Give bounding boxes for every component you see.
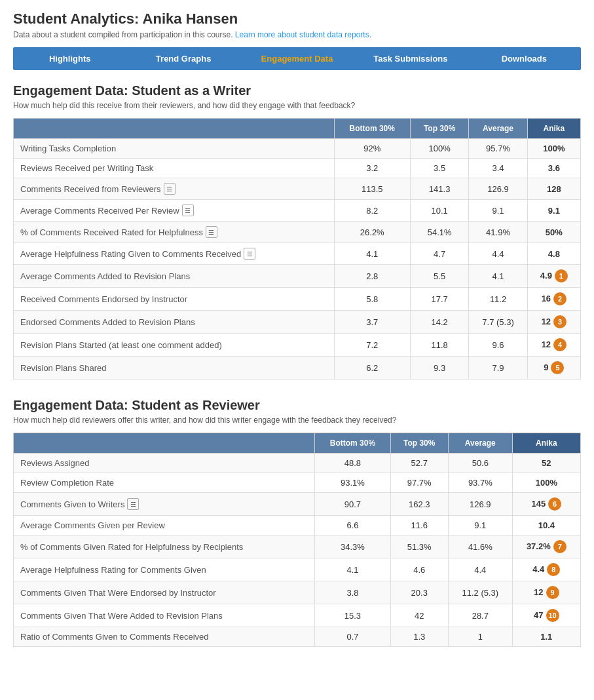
- cell-anika: 10.4: [512, 516, 580, 535]
- table-row: Writing Tasks Completion92%100%95.7%100%: [14, 139, 581, 159]
- cell-avg: 126.9: [448, 493, 512, 516]
- cell-anika: 9.1: [527, 200, 580, 222]
- cell-top: 4.7: [410, 243, 468, 265]
- cell-bottom: 15.3: [315, 604, 390, 627]
- writer-col-bottom: Bottom 30%: [334, 119, 410, 139]
- row-label: % of Comments Received Rated for Helpful…: [14, 222, 335, 243]
- table-row: % of Comments Given Rated for Helpfulnes…: [14, 535, 581, 558]
- cell-avg: 50.6: [448, 454, 512, 473]
- page-container: Student Analytics: Anika Hansen Data abo…: [0, 0, 594, 676]
- row-label: Received Comments Endorsed by Instructor: [14, 288, 335, 311]
- cell-avg: 7.7 (5.3): [469, 311, 527, 334]
- cell-anika: 1.1: [512, 627, 580, 647]
- cell-avg: 41.6%: [448, 535, 512, 558]
- tab-engagement-data[interactable]: Engagement Data: [240, 47, 354, 70]
- page-subtitle: Data about a student compiled from parti…: [13, 30, 581, 39]
- row-label: Comments Given That Were Added to Revisi…: [14, 604, 315, 627]
- row-label: % of Comments Given Rated for Helpfulnes…: [14, 535, 315, 558]
- table-row: Revision Plans Started (at least one com…: [14, 334, 581, 357]
- cell-bottom: 34.3%: [315, 535, 390, 558]
- row-label: Comments Given to Writers☰: [14, 493, 315, 516]
- cell-anika: 4710: [512, 604, 580, 627]
- row-label: Average Comments Added to Revision Plans: [14, 265, 335, 288]
- cell-bottom: 90.7: [315, 493, 390, 516]
- tab-highlights[interactable]: Highlights: [13, 47, 126, 70]
- tab-trend-graphs[interactable]: Trend Graphs: [126, 47, 240, 70]
- cell-avg: 7.9: [469, 357, 527, 379]
- row-label: Comments Received from Reviewers☰: [14, 178, 335, 200]
- table-row: Average Comments Given per Review6.611.6…: [14, 516, 581, 535]
- cell-top: 14.2: [410, 311, 468, 334]
- cell-bottom: 4.1: [334, 243, 410, 265]
- row-label: Revision Plans Shared: [14, 357, 335, 379]
- badge-icon: 5: [551, 361, 564, 374]
- reviewer-table: Bottom 30% Top 30% Average Anika Reviews…: [13, 433, 581, 647]
- cell-avg: 11.2 (5.3): [448, 581, 512, 604]
- table-row: Revision Plans Shared6.29.37.995: [14, 357, 581, 379]
- table-row: Ratio of Comments Given to Comments Rece…: [14, 627, 581, 647]
- cell-top: 11.8: [410, 334, 468, 357]
- cell-bottom: 3.2: [334, 159, 410, 178]
- cell-anika: 1456: [512, 493, 580, 516]
- cell-anika: 50%: [527, 222, 580, 243]
- cell-avg: 4.4: [448, 558, 512, 581]
- learn-more-link[interactable]: Learn more about student data reports.: [235, 30, 371, 39]
- table-row: Review Completion Rate93.1%97.7%93.7%100…: [14, 473, 581, 493]
- section-writer: Engagement Data: Student as a Writer How…: [13, 83, 581, 379]
- section-writer-subtitle: How much help did this receive from thei…: [13, 101, 581, 110]
- cell-top: 100%: [410, 139, 468, 159]
- cell-avg: 3.4: [469, 159, 527, 178]
- reviewer-col-anika: Anika: [512, 433, 580, 454]
- cell-anika: 52: [512, 454, 580, 473]
- cell-top: 3.5: [410, 159, 468, 178]
- cell-avg: 4.1: [469, 265, 527, 288]
- reviewer-col-label: [14, 433, 315, 454]
- section-reviewer: Engagement Data: Student as Reviewer How…: [13, 398, 581, 647]
- cell-top: 17.7: [410, 288, 468, 311]
- cell-anika: 3.6: [527, 159, 580, 178]
- cell-avg: 4.4: [469, 243, 527, 265]
- cell-bottom: 8.2: [334, 200, 410, 222]
- cell-avg: 11.2: [469, 288, 527, 311]
- table-row: Average Comments Received Per Review☰8.2…: [14, 200, 581, 222]
- badge-icon: 9: [546, 586, 559, 599]
- detail-icon[interactable]: ☰: [244, 248, 255, 260]
- tab-task-submissions[interactable]: Task Submissions: [354, 47, 467, 70]
- detail-icon[interactable]: ☰: [206, 226, 217, 238]
- cell-top: 54.1%: [410, 222, 468, 243]
- row-label: Reviews Assigned: [14, 454, 315, 473]
- table-row: Comments Received from Reviewers☰113.514…: [14, 178, 581, 200]
- cell-bottom: 0.7: [315, 627, 390, 647]
- writer-col-label: [14, 119, 335, 139]
- cell-bottom: 113.5: [334, 178, 410, 200]
- cell-bottom: 2.8: [334, 265, 410, 288]
- cell-anika: 128: [527, 178, 580, 200]
- cell-avg: 1: [448, 627, 512, 647]
- cell-avg: 9.1: [448, 516, 512, 535]
- detail-icon[interactable]: ☰: [127, 498, 139, 510]
- table-row: Comments Given That Were Endorsed by Ins…: [14, 581, 581, 604]
- row-label: Average Helpfulness Rating Given to Comm…: [14, 243, 335, 265]
- cell-anika: 37.2%7: [512, 535, 580, 558]
- table-row: Endorsed Comments Added to Revision Plan…: [14, 311, 581, 334]
- table-row: Average Helpfulness Rating for Comments …: [14, 558, 581, 581]
- cell-top: 1.3: [390, 627, 448, 647]
- row-label: Reviews Received per Writing Task: [14, 159, 335, 178]
- tab-downloads[interactable]: Downloads: [468, 47, 581, 70]
- cell-bottom: 92%: [334, 139, 410, 159]
- section-reviewer-subtitle: How much help did reviewers offer this w…: [13, 416, 581, 425]
- cell-anika: 95: [527, 357, 580, 379]
- cell-top: 20.3: [390, 581, 448, 604]
- row-label: Average Helpfulness Rating for Comments …: [14, 558, 315, 581]
- detail-icon[interactable]: ☰: [182, 204, 194, 216]
- detail-icon[interactable]: ☰: [164, 183, 176, 195]
- row-label: Endorsed Comments Added to Revision Plan…: [14, 311, 335, 334]
- table-row: Average Comments Added to Revision Plans…: [14, 265, 581, 288]
- writer-col-top: Top 30%: [410, 119, 468, 139]
- row-label: Comments Given That Were Endorsed by Ins…: [14, 581, 315, 604]
- badge-icon: 10: [546, 609, 559, 622]
- cell-top: 97.7%: [390, 473, 448, 493]
- cell-anika: 4.48: [512, 558, 580, 581]
- cell-top: 10.1: [410, 200, 468, 222]
- section-writer-title: Engagement Data: Student as a Writer: [13, 83, 581, 98]
